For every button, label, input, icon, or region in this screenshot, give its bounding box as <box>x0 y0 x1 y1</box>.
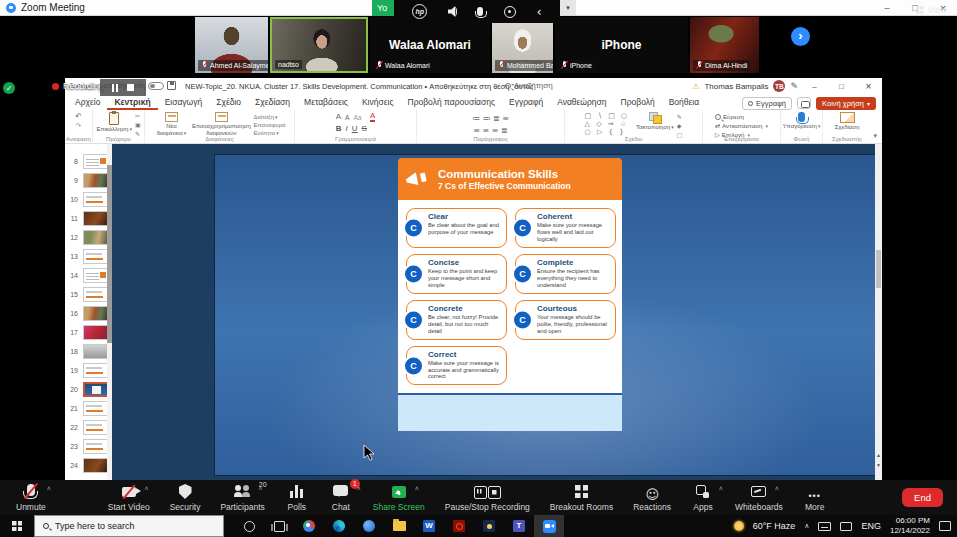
slide-thumbnail[interactable] <box>83 325 109 340</box>
slide-thumbnail-row[interactable]: 19 <box>65 361 112 380</box>
ribbon-tab[interactable]: Εγγραφή <box>502 95 550 110</box>
copy-icon[interactable]: ▣ <box>135 121 141 128</box>
meeting-security-shield-icon[interactable] <box>3 82 15 94</box>
view-button[interactable]: View <box>916 5 947 15</box>
toolbar-button[interactable]: Polls <box>275 480 319 515</box>
list-buttons[interactable]: ≔ ≕ ≣ ≡ <box>472 114 509 123</box>
action-center-icon[interactable] <box>939 521 951 531</box>
minimize-button[interactable] <box>873 0 901 16</box>
font-style-button[interactable]: I <box>346 124 348 133</box>
slide-thumbnail[interactable] <box>83 173 109 188</box>
taskbar-search[interactable]: Type here to search <box>34 515 224 537</box>
ppt-close-button[interactable] <box>855 78 882 95</box>
next-participants-button[interactable] <box>791 27 810 46</box>
canvas-scrollbar[interactable] <box>875 144 882 480</box>
slide-thumbnail-row[interactable]: 13 <box>65 247 112 266</box>
edge-icon[interactable] <box>324 515 354 537</box>
font-style-button[interactable]: B <box>336 124 342 133</box>
slide-thumbnail-row[interactable]: 23 <box>65 437 112 456</box>
cut-icon[interactable]: ✂ <box>135 112 140 119</box>
slide-thumbnail[interactable] <box>83 439 109 454</box>
toolbar-button[interactable]: More <box>793 480 837 515</box>
word-icon[interactable] <box>414 515 444 537</box>
toolbar-button[interactable]: Reactions <box>623 480 681 515</box>
slide-thumbnail-row[interactable]: 9 <box>65 171 112 190</box>
teams-icon[interactable] <box>504 515 534 537</box>
slide-thumbnail-row[interactable]: 15 <box>65 285 112 304</box>
ribbon-tab[interactable]: Εισαγωγή <box>158 95 210 110</box>
comments-button[interactable] <box>797 97 811 109</box>
chevron-up-icon[interactable] <box>356 484 360 491</box>
slide-thumbnail-row[interactable]: 21 <box>65 399 112 418</box>
browser-icon[interactable] <box>354 515 384 537</box>
slide-thumbnail[interactable] <box>83 230 109 245</box>
warning-icon[interactable] <box>692 82 699 91</box>
toolbar-button[interactable]: 20 Participants <box>210 480 274 515</box>
font-style-button[interactable]: U <box>352 124 358 133</box>
slide-thumbnail-row[interactable]: 11 <box>65 209 112 228</box>
slide-thumbnail[interactable] <box>83 249 109 264</box>
slide-thumbnail-row[interactable]: 18 <box>65 342 112 361</box>
participant-tile[interactable]: nadtso <box>270 17 368 73</box>
designer-button[interactable]: Σχεδίαση <box>835 112 860 131</box>
participant-tile[interactable]: iPhone iPhone <box>555 17 688 73</box>
layout-button[interactable]: Διάταξη <box>253 114 277 120</box>
slide-thumbnail[interactable] <box>83 382 109 397</box>
keyboard-icon[interactable] <box>818 522 831 531</box>
overlay-dropdown-button[interactable] <box>560 0 576 15</box>
find-button[interactable]: Εύρεση <box>715 113 744 120</box>
ppt-minimize-button[interactable] <box>801 78 828 95</box>
slide-thumbnail-row[interactable]: 24 <box>65 456 112 475</box>
slide-thumbnail-row[interactable]: 20 <box>65 380 112 399</box>
edit-mode-icon[interactable] <box>790 81 798 91</box>
slide-thumbnail-row[interactable]: 10 <box>65 190 112 209</box>
toolbar-button[interactable]: Share Screen <box>363 480 435 515</box>
arrange-button[interactable]: Τακτοποίηση <box>636 112 674 131</box>
pause-recording-icon[interactable] <box>112 84 118 92</box>
ribbon-tab[interactable]: Αναθεώρηση <box>550 95 613 110</box>
slide-thumbnail-row[interactable]: 12 <box>65 228 112 247</box>
participant-tile[interactable]: Dima Al-Hindi <box>690 17 759 73</box>
redo-icon[interactable]: ↷ <box>76 122 82 131</box>
slide-thumbnail[interactable] <box>83 211 109 226</box>
record-button[interactable]: Εγγραφή <box>742 97 792 110</box>
slide[interactable]: Communication Skills 7 Cs of Effective C… <box>215 155 875 475</box>
slide-thumbnail-row[interactable]: 17 <box>65 323 112 342</box>
speaker-icon[interactable] <box>448 6 457 17</box>
slide-thumbnail-row[interactable]: 14 <box>65 266 112 285</box>
ribbon-tab[interactable]: Κινήσεις <box>355 95 401 110</box>
ribbon-tab[interactable]: Μεταβάσεις <box>297 95 355 110</box>
chevron-up-icon[interactable] <box>258 484 262 491</box>
start-button[interactable] <box>0 515 34 537</box>
ribbon-tab[interactable]: Προβολή παρουσίασης <box>401 95 502 110</box>
slide-thumbnail[interactable] <box>83 420 109 435</box>
account-name[interactable]: Thomas Bampalis <box>704 82 768 91</box>
slide-thumbnail-row[interactable]: 8 <box>65 152 112 171</box>
slide-thumbnail[interactable] <box>83 344 109 359</box>
toolbar-button[interactable]: Pause/Stop Recording <box>435 480 540 515</box>
ribbon-tab[interactable]: Κεντρική <box>107 95 157 110</box>
toolbar-button[interactable]: Unmute <box>6 480 56 515</box>
toolbar-button[interactable]: Breakout Rooms <box>540 480 623 515</box>
chrome-icon[interactable] <box>294 515 324 537</box>
stop-recording-icon[interactable] <box>127 84 134 91</box>
shape-fill-icon[interactable]: ◆ <box>677 122 682 129</box>
ribbon-tab[interactable]: Προβολή <box>614 95 662 110</box>
slide-thumbnail[interactable] <box>83 306 109 321</box>
font-style-button[interactable]: S <box>362 124 367 133</box>
slide-thumbnail[interactable] <box>83 363 109 378</box>
touch-keyboard-icon[interactable] <box>840 522 852 531</box>
slide-thumbnail-row[interactable]: 22 <box>65 418 112 437</box>
chevron-up-icon[interactable] <box>144 484 148 491</box>
file-explorer-icon[interactable] <box>384 515 414 537</box>
language-label[interactable]: ENG <box>861 521 881 531</box>
paste-button[interactable]: Επικόλληση <box>96 112 132 133</box>
dictate-button[interactable]: Υπαγόρευση <box>783 112 821 130</box>
chevron-up-icon[interactable] <box>414 484 418 491</box>
shapes-gallery[interactable]: ▢ ∖ □ ○△ ◇ ⇒ ☆○ ▷ { } <box>585 112 629 136</box>
clock[interactable]: 06:00 PM 12/14/2022 <box>890 516 930 536</box>
toolbar-button[interactable]: Whiteboards <box>725 480 793 515</box>
canvas-scrollbar-thumb[interactable] <box>876 250 881 288</box>
reset-button[interactable]: Επαναφορά <box>253 122 285 128</box>
ppt-search-box[interactable]: Αναζήτηση <box>505 81 553 90</box>
